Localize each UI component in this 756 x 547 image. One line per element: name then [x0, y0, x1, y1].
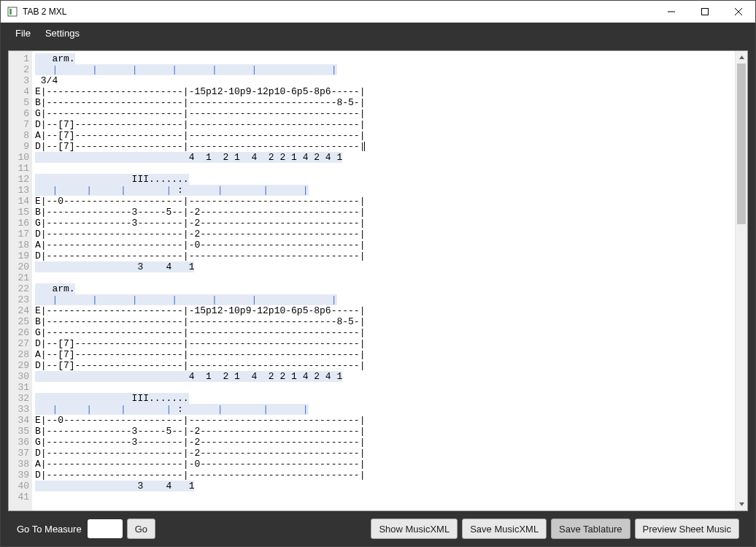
code-line: D|--[7]-------------------|-------------… — [35, 360, 735, 371]
svg-rect-1 — [9, 9, 12, 15]
code-line: G|------------------------|-------------… — [35, 108, 735, 119]
go-button[interactable]: Go — [127, 519, 155, 539]
show-musicxml-button[interactable]: Show MusicXML — [371, 519, 458, 539]
line-number: 32 — [9, 393, 32, 404]
save-tablature-button[interactable]: Save Tablature — [551, 519, 630, 539]
code-line: D|--[7]-------------------|-------------… — [35, 119, 735, 130]
svg-marker-6 — [739, 56, 744, 59]
svg-rect-0 — [8, 7, 17, 16]
svg-rect-3 — [702, 8, 709, 15]
line-number: 5 — [9, 97, 32, 108]
line-number: 40 — [9, 481, 32, 491]
line-number: 29 — [9, 360, 32, 371]
maximize-button[interactable] — [688, 1, 722, 23]
code-line: | | | | | | | — [35, 64, 735, 75]
line-number: 33 — [9, 404, 32, 415]
save-musicxml-button[interactable]: Save MusicXML — [462, 519, 547, 539]
code-line — [35, 491, 735, 502]
code-line: D|------------------------|-2-----------… — [35, 448, 735, 459]
code-line: B|---------------3-----5--|-2-----------… — [35, 207, 735, 218]
content: 1234567891011121314151617181920212223242… — [1, 43, 755, 546]
line-gutter: 1234567891011121314151617181920212223242… — [9, 51, 32, 510]
line-number: 8 — [9, 130, 32, 141]
line-number: 4 — [9, 86, 32, 97]
close-button[interactable] — [722, 1, 755, 23]
code-line: B|---------------3-----5--|-2-----------… — [35, 426, 735, 437]
scroll-up-icon[interactable] — [736, 51, 747, 64]
editor[interactable]: 1234567891011121314151617181920212223242… — [8, 50, 748, 511]
code-line: G|---------------3--------|-2-----------… — [35, 437, 735, 448]
code-line: G|---------------3--------|-2-----------… — [35, 218, 735, 229]
code-line: | | | | : | | | — [35, 185, 735, 196]
line-number: 41 — [9, 491, 32, 502]
scroll-track[interactable] — [736, 64, 747, 498]
scroll-thumb[interactable] — [737, 64, 746, 224]
line-number: 35 — [9, 426, 32, 437]
line-number: 37 — [9, 448, 32, 459]
code-line — [35, 382, 735, 393]
code-line: A|------------------------|-0-----------… — [35, 459, 735, 470]
code-line: III....... — [35, 393, 735, 404]
line-number: 34 — [9, 415, 32, 426]
line-number: 38 — [9, 459, 32, 470]
line-number: 6 — [9, 108, 32, 119]
menu-file[interactable]: File — [8, 24, 38, 42]
line-number: 23 — [9, 294, 32, 305]
line-number: 28 — [9, 349, 32, 360]
line-number: 31 — [9, 382, 32, 393]
line-number: 9 — [9, 141, 32, 152]
line-number: 36 — [9, 437, 32, 448]
scroll-down-icon[interactable] — [736, 498, 747, 510]
line-number: 22 — [9, 283, 32, 294]
code-line: A|--[7]-------------------|-------------… — [35, 130, 735, 141]
svg-marker-7 — [739, 502, 744, 506]
code-line: D|------------------------|-2-----------… — [35, 229, 735, 240]
code-area[interactable]: arm. | | | | | | | 3/4E|----------------… — [32, 51, 735, 510]
code-line: 3 4 1 — [35, 261, 735, 272]
line-number: 16 — [9, 218, 32, 229]
code-line: 4 1 2 1 4 2 2 1 4 2 4 1 — [35, 371, 735, 382]
code-line — [35, 163, 735, 174]
line-number: 24 — [9, 305, 32, 316]
code-line: 3/4 — [35, 75, 735, 86]
code-line: arm. — [35, 283, 735, 294]
goto-input[interactable] — [88, 519, 123, 538]
line-number: 13 — [9, 185, 32, 196]
code-line: B|------------------------|-------------… — [35, 316, 735, 327]
code-line: D|------------------------|-------------… — [35, 470, 735, 481]
code-line: B|------------------------|-------------… — [35, 97, 735, 108]
line-number: 39 — [9, 470, 32, 481]
titlebar: TAB 2 MXL — [1, 1, 755, 23]
code-line: | | | | | | | — [35, 294, 735, 305]
line-number: 17 — [9, 229, 32, 240]
code-line: E|------------------------|-15p12-10p9-1… — [35, 305, 735, 316]
code-line — [35, 272, 735, 283]
line-number: 27 — [9, 338, 32, 349]
bottombar: Go To Measure Go Show MusicXML Save Musi… — [8, 511, 748, 546]
code-line: III....... — [35, 174, 735, 185]
preview-sheet-music-button[interactable]: Preview Sheet Music — [635, 519, 739, 539]
window-title: TAB 2 MXL — [23, 7, 66, 17]
line-number: 12 — [9, 174, 32, 185]
line-number: 10 — [9, 152, 32, 163]
code-line: A|------------------------|-0-----------… — [35, 240, 735, 250]
menu-settings[interactable]: Settings — [38, 24, 87, 42]
vertical-scrollbar[interactable] — [735, 51, 747, 510]
line-number: 2 — [9, 64, 32, 75]
code-line: D|--[7]-------------------|-------------… — [35, 338, 735, 349]
line-number: 14 — [9, 196, 32, 207]
menubar: File Settings — [1, 23, 755, 43]
line-number: 25 — [9, 316, 32, 327]
app-icon — [7, 6, 18, 18]
line-number: 7 — [9, 119, 32, 130]
minimize-button[interactable] — [655, 1, 688, 23]
line-number: 1 — [9, 53, 32, 64]
line-number: 20 — [9, 261, 32, 272]
code-line: E|--0---------------------|-------------… — [35, 196, 735, 207]
line-number: 18 — [9, 240, 32, 250]
code-line: D|------------------------|-------------… — [35, 250, 735, 261]
line-number: 21 — [9, 272, 32, 283]
code-line: G|------------------------|-------------… — [35, 327, 735, 338]
line-number: 11 — [9, 163, 32, 174]
line-number: 30 — [9, 371, 32, 382]
